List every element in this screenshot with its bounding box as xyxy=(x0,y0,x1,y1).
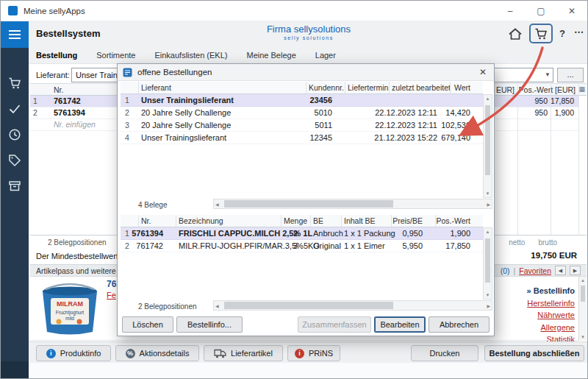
link-naehrwerte[interactable]: Nährwerte xyxy=(527,309,575,322)
product-link[interactable]: Fe xyxy=(107,291,116,300)
bestellung-abschliessen-button[interactable]: Bestellung abschließen xyxy=(484,345,584,361)
scroll-left-icon[interactable]: ◀ xyxy=(215,303,219,308)
loeschen-button[interactable]: Löschen xyxy=(122,316,173,333)
orders-scrollbar[interactable]: ▲ ▼ xyxy=(483,94,492,198)
scroll-right-icon[interactable]: ▶ xyxy=(487,202,490,207)
col-bezeichnung: Bezeichnung xyxy=(179,216,223,225)
browse-button[interactable]: ... xyxy=(557,68,584,82)
col-zuletzt-bearbeitet: zuletzt bearbeitet xyxy=(392,83,451,92)
history-clock-icon[interactable] xyxy=(8,128,21,141)
col-wert: Wert xyxy=(454,83,470,92)
order-total: 19,750 EUR xyxy=(531,251,577,260)
scroll-thumb[interactable] xyxy=(485,238,490,283)
belege-count: 4 Belege xyxy=(138,201,167,209)
next-article-button[interactable]: ▶ xyxy=(570,266,581,275)
prev-article-button[interactable]: ◀ xyxy=(555,266,566,275)
link-herstellerinfo[interactable]: Herstellerinfo xyxy=(527,297,575,310)
link-bestellinfo[interactable]: » Bestellinfo xyxy=(527,285,575,297)
chevron-down-icon: ▼ xyxy=(545,68,551,82)
scroll-down-icon[interactable]: ▼ xyxy=(484,293,492,297)
scroll-thumb[interactable] xyxy=(581,286,585,302)
more-menu-button[interactable]: ⋯ xyxy=(574,26,584,38)
tab-meine-belege[interactable]: Meine Belege xyxy=(246,51,295,60)
prins-button[interactable]: i PRiNS xyxy=(287,345,340,361)
bearbeiten-button[interactable]: Bearbeiten xyxy=(374,316,426,333)
insert-placeholder: Nr. einfügen xyxy=(54,120,96,129)
tab-einkaufslisten[interactable]: Einkaufslisten (EKL) xyxy=(154,51,227,60)
abbrechen-button[interactable]: Abbrechen xyxy=(429,316,490,333)
scroll-down-icon[interactable]: ▼ xyxy=(484,191,492,196)
tag-icon[interactable] xyxy=(8,154,21,167)
position-row-selected[interactable]: 1 5761394 FRISCHLI CAPPUC.MILCH 2,5% 1L … xyxy=(121,227,483,240)
minimize-button[interactable]: – xyxy=(495,1,526,21)
order-row[interactable]: 2 20 Jahre Selly Challenge 5010 22.12.20… xyxy=(121,107,483,119)
window-titlebar: Meine sellyApps – ▢ ✕ xyxy=(1,1,587,21)
link-allergene[interactable]: Allergene xyxy=(527,322,575,334)
product-label: mild xyxy=(65,316,74,321)
brand-label: MILRAM xyxy=(57,300,83,308)
col-kundennr: Kundennr. xyxy=(309,83,344,92)
col-nr: Nr. xyxy=(54,85,63,94)
order-row[interactable]: 4 Unser Trainingslieferant 12345 21.12.2… xyxy=(121,132,483,144)
prins-icon: i xyxy=(295,349,304,358)
scroll-thumb[interactable] xyxy=(485,105,490,175)
scroll-thumb[interactable] xyxy=(224,302,393,309)
dialog-icon xyxy=(123,68,132,77)
col-pos-wert: Pos.-Wert xyxy=(437,216,470,225)
help-button[interactable]: ? xyxy=(559,28,565,39)
maximize-button[interactable]: ▢ xyxy=(526,1,556,21)
company-header: Firma sellysolutions selly solutions xyxy=(224,24,393,40)
position-row[interactable]: 2 761742 MILR.FRU-JOGH.PFIR/MAR.3,5%5KG … xyxy=(121,240,483,252)
button-label: PRiNS xyxy=(309,349,333,358)
aktionsdetails-button[interactable]: % Aktionsdetails xyxy=(115,345,199,361)
col-preis-be: Preis/BE xyxy=(392,216,423,225)
product-image[interactable]: MILRAM Fruchtjoghurt mild xyxy=(36,278,104,339)
scroll-down-icon[interactable]: ▼ xyxy=(579,335,587,339)
scroll-left-icon[interactable]: ◀ xyxy=(215,202,219,207)
scroll-up-icon[interactable]: ▲ xyxy=(484,230,492,234)
drucken-button[interactable]: Drucken xyxy=(411,345,478,361)
positions-count: 2 Belegpositionen xyxy=(48,238,107,247)
panel-scrollbar[interactable]: ▲ ▼ xyxy=(578,277,587,341)
scroll-thumb[interactable] xyxy=(224,200,393,208)
app-icon xyxy=(8,6,18,15)
positions-hscrollbar[interactable]: ◀ ▶ xyxy=(213,300,492,311)
col-liefertermin: Liefertermin xyxy=(348,83,388,92)
lieferartikel-button[interactable]: Lieferartikel xyxy=(204,345,283,361)
home-icon[interactable] xyxy=(508,27,523,40)
favorites-link[interactable]: Favoriten xyxy=(519,266,551,275)
cart-button-highlighted[interactable] xyxy=(529,24,553,43)
button-label: Aktionsdetails xyxy=(140,349,190,358)
cart-icon xyxy=(534,27,548,40)
scroll-up-icon[interactable]: ▲ xyxy=(579,278,587,283)
company-subtitle: selly solutions xyxy=(224,35,393,40)
produktinfo-button[interactable]: i Produktinfo xyxy=(36,345,111,361)
preis-value: 950 xyxy=(534,108,548,117)
bestellinfo-button[interactable]: Bestellinfo... xyxy=(176,316,243,333)
scroll-right-icon[interactable]: ▶ xyxy=(487,303,490,308)
orders-hscrollbar[interactable]: ◀ ▶ xyxy=(213,199,492,209)
col-lieferant: Lieferant xyxy=(141,83,171,92)
dialog-close-button[interactable]: ✕ xyxy=(472,67,494,77)
netto-toggle[interactable]: netto xyxy=(509,238,525,247)
orders-grid-footer: 4 Belege ◀ ▶ xyxy=(121,199,492,210)
status-strip xyxy=(29,363,588,379)
tab-bestellung[interactable]: Bestellung xyxy=(36,51,77,60)
close-button[interactable]: ✕ xyxy=(556,1,587,21)
tab-sortimente[interactable]: Sortimente xyxy=(96,51,135,60)
archive-box-icon[interactable] xyxy=(8,180,21,193)
check-icon[interactable] xyxy=(8,102,21,116)
hamburger-icon xyxy=(9,30,21,39)
order-row[interactable]: 3 20 Jahre Selly Challenge 5011 22.12.20… xyxy=(121,119,483,132)
tab-lager[interactable]: Lager xyxy=(315,51,336,60)
grid-settings-icon[interactable]: ▦ xyxy=(578,85,585,93)
dialog-titlebar[interactable]: offene Bestellungen ✕ xyxy=(118,64,494,81)
scroll-up-icon[interactable]: ▲ xyxy=(484,96,492,101)
brutto-toggle[interactable]: brutto xyxy=(538,238,557,247)
order-row-selected[interactable]: 1 Unser Trainingslieferant 23456 xyxy=(121,94,483,107)
menu-button[interactable] xyxy=(1,21,29,48)
pos-wert-value: 1,900 xyxy=(555,108,574,117)
truck-icon xyxy=(214,349,226,358)
positions-scrollbar[interactable]: ▲ ▼ xyxy=(483,227,492,300)
cart-icon[interactable] xyxy=(8,77,21,90)
